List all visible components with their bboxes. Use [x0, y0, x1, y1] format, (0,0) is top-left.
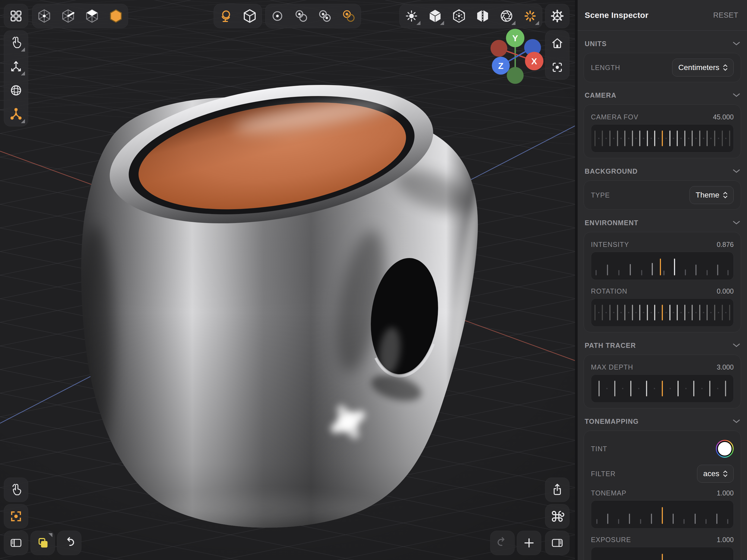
tick	[618, 519, 619, 524]
tick	[685, 269, 686, 275]
focus-selection-button[interactable]	[546, 56, 569, 79]
tick-dot	[703, 138, 704, 139]
intensity-label: INTENSITY	[591, 241, 629, 248]
share-export-button[interactable]	[545, 478, 569, 502]
tick	[594, 131, 595, 146]
pivot-group	[265, 4, 361, 28]
path-tracer-card: MAX DEPTH 3.000	[584, 355, 741, 408]
tick	[640, 519, 641, 524]
tick-dot	[701, 388, 702, 389]
select-object-button[interactable]	[104, 5, 127, 27]
tonemapping-card: TINT FILTER aces TONEMAP 1.000 EXPOSURE …	[584, 431, 741, 560]
tick	[596, 519, 597, 524]
pivot-active-button[interactable]	[337, 5, 360, 27]
section-header-units[interactable]: UNITS	[584, 38, 741, 50]
tick	[727, 519, 728, 524]
exposure-slider[interactable]	[591, 547, 734, 560]
tick	[639, 131, 640, 146]
tonemap-slider[interactable]	[591, 500, 734, 529]
orientation-group	[214, 4, 262, 28]
section-header-environment[interactable]: ENVIRONMENT	[584, 217, 741, 229]
select-edge-button[interactable]	[57, 5, 80, 27]
pivot-individual-button[interactable]	[313, 5, 336, 27]
tick	[677, 131, 678, 146]
tick	[692, 305, 693, 320]
move-transform-button[interactable]	[5, 55, 27, 78]
max-depth-label: MAX DEPTH	[591, 363, 633, 371]
tap-gesture-button[interactable]	[4, 478, 28, 502]
select-face-button[interactable]	[81, 5, 103, 27]
toggle-right-sidebar-button[interactable]	[545, 531, 569, 555]
camera-fov-slider[interactable]	[591, 124, 734, 153]
orbit-rotate-button[interactable]	[5, 79, 27, 102]
tick-dot	[620, 312, 622, 313]
section-header-background[interactable]: BACKGROUND	[584, 165, 741, 177]
right-sidebar-icon	[550, 536, 564, 550]
camera-fov-value: 45.000	[713, 113, 734, 121]
select-vertex-button[interactable]	[33, 5, 56, 27]
section-header-tonemapping[interactable]: TONEMAPPING	[584, 416, 741, 427]
snap-focus-button[interactable]	[4, 504, 28, 529]
apps-grid-button[interactable]	[4, 4, 28, 28]
intensity-slider[interactable]	[591, 252, 734, 280]
tint-color-swatch[interactable]	[716, 440, 734, 458]
render-wireframe-button[interactable]	[447, 5, 470, 27]
render-solid-button[interactable]	[424, 5, 446, 27]
pivot-individual-icon	[318, 9, 332, 23]
tick	[662, 131, 663, 146]
render-lit-button[interactable]	[400, 5, 423, 27]
undo-button[interactable]	[57, 531, 81, 555]
gizmo-x-label: X	[531, 56, 537, 66]
render-camera-button[interactable]	[495, 5, 518, 27]
tick-dot	[710, 312, 712, 313]
settings-button[interactable]	[545, 4, 569, 28]
tick	[618, 270, 619, 275]
tick	[725, 381, 726, 396]
gizmo-axis-neg-x[interactable]	[490, 40, 507, 57]
home-icon	[550, 36, 564, 50]
render-pathtraced-button[interactable]	[519, 5, 542, 27]
tap-select-button[interactable]	[5, 31, 27, 54]
reset-button[interactable]: RESET	[712, 11, 740, 20]
render-split-button[interactable]	[471, 5, 494, 27]
tick-dot	[643, 312, 644, 313]
scatter-nodes-button[interactable]	[5, 103, 27, 126]
more-options-badge	[21, 48, 25, 52]
tick	[651, 514, 652, 524]
render-mode-group	[399, 4, 542, 28]
filter-dropdown[interactable]: aces	[697, 465, 734, 483]
command-shortcuts-button[interactable]	[545, 504, 569, 529]
redo-button[interactable]	[490, 531, 515, 555]
tap-hand-icon	[9, 483, 23, 497]
tick	[617, 131, 618, 146]
length-dropdown[interactable]: Centimeters	[672, 59, 734, 77]
tick	[729, 131, 730, 146]
max-depth-slider[interactable]	[591, 374, 734, 403]
tick	[647, 131, 648, 146]
duplicate-button[interactable]	[30, 531, 55, 555]
tick-dot	[718, 312, 719, 313]
select-edge-icon	[61, 9, 75, 23]
section-header-camera[interactable]: CAMERA	[584, 89, 741, 101]
pivot-median-button[interactable]	[290, 5, 313, 27]
pivot-center-button[interactable]	[266, 5, 289, 27]
exposure-value: 1.000	[717, 536, 734, 544]
section-header-path-tracer[interactable]: PATH TRACER	[584, 340, 741, 351]
tick	[641, 270, 642, 275]
gizmo-axis-neg-y[interactable]	[507, 67, 523, 84]
tick	[662, 305, 663, 320]
more-options-badge	[21, 71, 25, 75]
background-type-dropdown[interactable]: Theme	[690, 186, 734, 204]
tick	[722, 305, 723, 320]
world-orientation-button[interactable]	[214, 5, 237, 27]
tick	[699, 131, 700, 146]
rotation-slider[interactable]	[591, 298, 734, 327]
tick	[677, 381, 678, 396]
home-view-button[interactable]	[546, 31, 569, 54]
toggle-left-sidebar-button[interactable]	[4, 531, 28, 555]
object-orientation-button[interactable]	[238, 5, 261, 27]
viewport-3d[interactable]: Y Z X	[0, 0, 575, 560]
max-depth-value: 3.000	[717, 363, 734, 371]
tick	[705, 519, 706, 524]
add-object-button[interactable]	[517, 531, 541, 555]
